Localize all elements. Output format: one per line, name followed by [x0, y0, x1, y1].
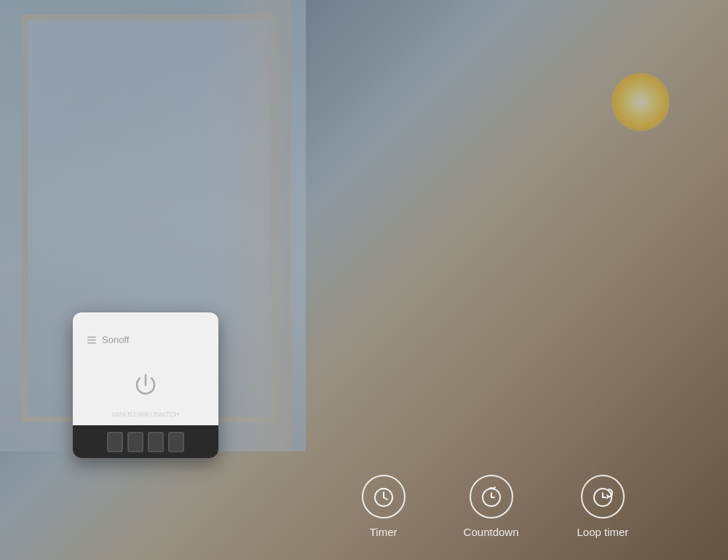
power-icon-container	[127, 367, 164, 403]
controls-row: Timer Countdown	[277, 475, 713, 538]
timer-icon-circle	[362, 475, 405, 518]
countdown-control[interactable]: Countdown	[464, 475, 519, 538]
brand-lines	[87, 336, 96, 344]
connector	[148, 432, 164, 452]
countdown-icon-circle	[470, 475, 513, 518]
svg-line-8	[494, 487, 495, 489]
timer-label: Timer	[370, 526, 397, 538]
connector	[107, 432, 123, 452]
device-card: Sonoff MINI R2 WIFI SWITCH	[73, 312, 218, 458]
svg-line-2	[384, 497, 387, 500]
countdown-label: Countdown	[464, 526, 519, 538]
loop-timer-label: Loop timer	[577, 526, 629, 538]
model-text: MINI R2 WIFI SWITCH	[73, 411, 218, 418]
device-brand: Sonoff	[87, 334, 129, 345]
brand-line	[87, 336, 96, 338]
timer-icon	[372, 485, 395, 508]
countdown-icon	[480, 485, 503, 508]
connector	[168, 432, 184, 452]
brand-line	[87, 342, 96, 344]
connector	[127, 432, 143, 452]
background: Sonoff MINI R2 WIFI SWITCH	[0, 0, 728, 560]
device-container: Sonoff MINI R2 WIFI SWITCH	[73, 312, 233, 473]
brand-icon	[87, 336, 99, 344]
loop-timer-icon-circle	[581, 475, 625, 518]
brand-line	[87, 339, 96, 341]
loop-timer-control[interactable]: Loop timer	[577, 475, 629, 538]
power-icon	[130, 369, 162, 401]
timer-control[interactable]: Timer	[362, 475, 405, 538]
loop-timer-icon	[591, 485, 614, 508]
brand-text: Sonoff	[102, 334, 129, 345]
device-connectors	[73, 425, 218, 458]
